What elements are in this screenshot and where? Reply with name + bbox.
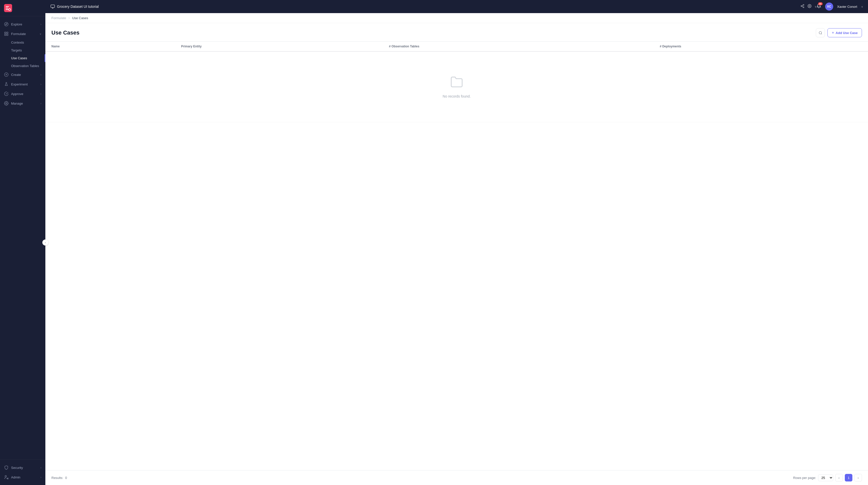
svg-rect-4	[4, 32, 6, 33]
svg-point-17	[803, 4, 804, 5]
monitor-icon	[51, 4, 55, 9]
sidebar-item-explore[interactable]: Explore ›	[0, 20, 45, 29]
col-observation-tables: # Observation Tables	[383, 41, 653, 52]
compass-icon	[4, 22, 8, 27]
add-use-case-button[interactable]: + Add Use Case	[828, 28, 862, 37]
notification-count: 40	[818, 2, 823, 5]
svg-point-19	[803, 7, 804, 8]
breadcrumb-separator: >	[68, 16, 70, 20]
sidebar-item-targets-label: Targets	[11, 49, 22, 52]
empty-message: No records found.	[442, 94, 470, 98]
chevron-right-icon: ›	[40, 73, 41, 76]
svg-rect-6	[7, 34, 8, 35]
table-body: No records found.	[45, 52, 868, 122]
user-chevron-icon[interactable]: ∨	[861, 5, 863, 8]
user-name[interactable]: Xavier Conort	[837, 5, 857, 8]
topbar-actions: ∨	[801, 4, 816, 9]
chevron-right-icon: ›	[40, 83, 41, 86]
svg-point-23	[819, 31, 822, 34]
col-name: Name	[45, 41, 175, 52]
sidebar-item-use-cases-label: Use Cases	[11, 56, 27, 60]
user-cog-icon	[4, 475, 8, 480]
svg-rect-7	[4, 34, 6, 35]
svg-point-12	[5, 476, 6, 477]
page-header-actions: + Add Use Case	[816, 28, 862, 37]
sidebar-item-experiment[interactable]: Experiment ›	[0, 80, 45, 89]
chevron-right-icon: ›	[40, 92, 41, 95]
sidebar-item-admin[interactable]: Admin ›	[0, 473, 45, 482]
active-indicator	[44, 54, 45, 62]
sidebar-item-observation-tables-label: Observation Tables	[11, 64, 39, 68]
notification-button[interactable]: 40	[816, 4, 821, 9]
share-icon[interactable]	[801, 4, 805, 9]
sidebar-item-security[interactable]: Security ›	[0, 463, 45, 473]
pagination: Rows per page: 25 50 100 ‹ 1 ›	[793, 474, 862, 482]
sidebar-item-contexts[interactable]: Contexts	[0, 38, 45, 47]
settings-icon	[4, 101, 8, 105]
empty-folder-icon	[450, 75, 463, 91]
breadcrumb-parent[interactable]: Formulate	[52, 16, 66, 20]
page-1-button[interactable]: 1	[845, 474, 852, 482]
next-page-button[interactable]: ›	[855, 474, 862, 482]
svg-point-2	[4, 23, 8, 26]
shield-icon	[4, 465, 8, 470]
plus-circle-icon	[4, 72, 8, 77]
sidebar-item-approve[interactable]: Approve ›	[0, 89, 45, 98]
col-deployments: # Deployments	[654, 41, 868, 52]
search-button[interactable]	[816, 28, 825, 37]
sidebar-item-manage[interactable]: Manage ›	[0, 98, 45, 108]
col-primary-entity: Primary Entity	[175, 41, 383, 52]
page-content: Formulate > Use Cases Use Cases + Add Us…	[45, 13, 868, 485]
topbar-chevron-down-icon[interactable]: ∨	[814, 5, 816, 8]
svg-point-18	[801, 5, 802, 6]
svg-rect-5	[7, 32, 8, 33]
folder-icon	[450, 75, 463, 89]
svg-rect-14	[51, 5, 55, 7]
sidebar-item-formulate-label: Formulate	[11, 32, 26, 36]
sidebar-item-create[interactable]: Create ›	[0, 70, 45, 80]
grid-icon	[4, 31, 8, 36]
sidebar-bottom: Security › Admin ›	[0, 459, 45, 485]
rows-per-page-select[interactable]: 25 50 100	[818, 475, 833, 481]
page-title: Use Cases	[52, 30, 80, 36]
sidebar-item-targets[interactable]: Targets	[0, 47, 45, 54]
topbar: Grocery Dataset UI tutorial ∨ 40 XC Xavi…	[45, 0, 868, 13]
chevron-right-icon: ›	[40, 102, 41, 105]
svg-line-21	[802, 5, 803, 6]
breadcrumb-current: Use Cases	[72, 16, 88, 20]
svg-point-13	[7, 478, 8, 479]
sidebar-collapse-button[interactable]: ‹	[42, 240, 49, 245]
sidebar-item-create-label: Create	[11, 73, 21, 77]
svg-line-24	[821, 33, 822, 34]
chevron-right-icon: ›	[40, 23, 41, 26]
sidebar-navigation: Explore › Formulate ∨ Contexts Targets U…	[0, 17, 45, 459]
sidebar: ‹ Explore › Formulate ∨ Contexts Targets…	[0, 0, 45, 485]
empty-state-cell: No records found.	[45, 52, 868, 122]
rows-per-page: Rows per page: 25 50 100	[793, 475, 833, 481]
previous-page-button[interactable]: ‹	[835, 474, 843, 482]
svg-point-22	[809, 5, 810, 6]
svg-line-20	[802, 6, 803, 7]
chevron-right-icon: ›	[40, 476, 41, 479]
breadcrumb: Formulate > Use Cases	[45, 13, 868, 23]
use-cases-table: Name Primary Entity # Observation Tables…	[45, 41, 868, 122]
empty-state-row: No records found.	[45, 52, 868, 122]
sidebar-item-observation-tables[interactable]: Observation Tables	[0, 62, 45, 70]
user-avatar[interactable]: XC	[825, 2, 833, 10]
sidebar-item-explore-label: Explore	[11, 23, 22, 26]
chevron-down-icon: ∨	[39, 32, 41, 35]
page-1-label: 1	[847, 476, 849, 480]
table-header-row: Name Primary Entity # Observation Tables…	[45, 41, 868, 52]
sidebar-item-manage-label: Manage	[11, 101, 23, 105]
results-label: Results:	[52, 476, 63, 480]
page-footer: Results: 0 Rows per page: 25 50 100 ‹ 1 …	[45, 470, 868, 485]
svg-marker-3	[5, 24, 7, 25]
sidebar-item-formulate[interactable]: Formulate ∨	[0, 29, 45, 38]
add-icon: +	[832, 30, 834, 35]
chevron-right-icon: ›	[40, 466, 41, 469]
sidebar-item-use-cases[interactable]: Use Cases	[0, 54, 45, 62]
rows-per-page-label: Rows per page:	[793, 476, 816, 480]
sidebar-item-approve-label: Approve	[11, 92, 23, 96]
gear-icon[interactable]	[807, 4, 811, 9]
sidebar-logo	[0, 0, 45, 17]
